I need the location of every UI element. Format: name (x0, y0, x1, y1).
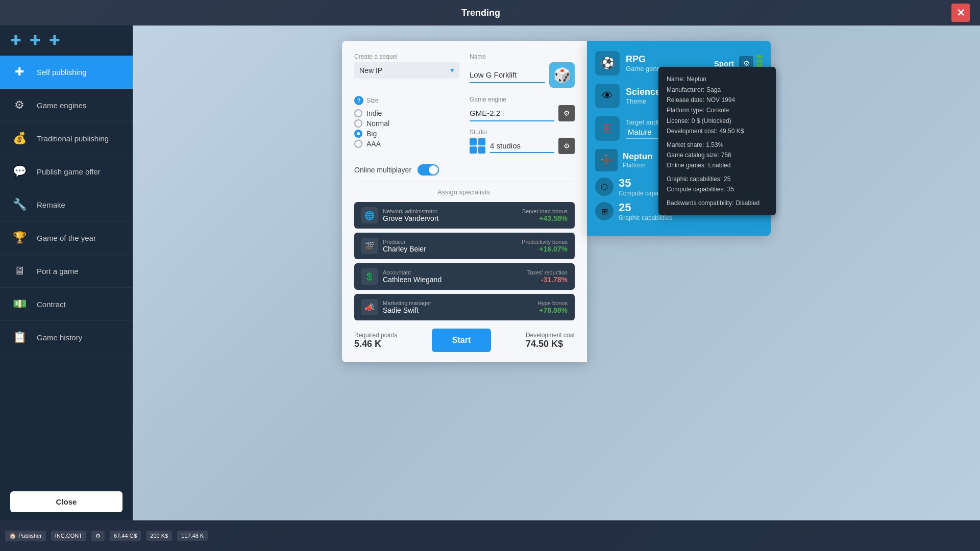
genre-extra: Sport (714, 59, 734, 68)
spec-bonus-label-2: Taxes' reduction (527, 269, 568, 276)
spec-bonus-value-3: +78.88% (537, 306, 568, 314)
tooltip-line-2: Release date:NOV 1994 (667, 95, 768, 105)
studio-row: 4 studios ⚙ (470, 138, 575, 154)
size-normal-label: Normal (366, 119, 389, 128)
tooltip-value-3: Console (706, 105, 729, 115)
platform-icon: ➕ (600, 154, 613, 166)
sidebar-top-icons: ✚ ✚ ✚ (0, 26, 133, 56)
name-label: Name (470, 53, 575, 60)
size-big-radio[interactable] (354, 130, 362, 138)
size-big-option[interactable]: Big (354, 130, 459, 138)
tooltip-label-1: Manufacturer: (667, 85, 704, 95)
tooltip-value-4: 0 $ (Unlocked) (692, 116, 731, 126)
sidebar-item-label-contract: Contract (37, 300, 66, 309)
audience-icon-box: E (595, 116, 620, 141)
tooltip-line-1: Manufacturer:Saga (667, 85, 768, 95)
tooltip-value-5: 49.50 K$ (719, 126, 744, 136)
create-sequel-select[interactable]: New IP (354, 62, 459, 79)
bottom-bar-label-3: 67.44 G$ (114, 533, 137, 539)
sidebar-item-remake[interactable]: 🔧 Remake (0, 188, 133, 221)
development-cost-label: Development cost (526, 332, 575, 339)
size-indie-option[interactable]: Indie (354, 109, 459, 117)
spec-right-1: Productivity bonus +16.07% (522, 239, 568, 253)
size-big-label: Big (366, 130, 377, 138)
studio-settings-icon[interactable]: ⚙ (558, 138, 575, 154)
engine-row: ⚙ (470, 105, 575, 121)
size-aaa-radio[interactable] (354, 140, 362, 148)
sidebar-item-contract[interactable]: 💵 Contract (0, 288, 133, 321)
publish-game-offer-icon: 💬 (10, 162, 29, 181)
dice-icon[interactable]: 🎲 (549, 62, 575, 88)
genre-icon: ⚽ (601, 57, 615, 70)
spec-info-2: Accountant Cathleen Wiegand (383, 269, 442, 284)
form-divider (354, 182, 575, 182)
tooltip-label-7: Market share: (667, 140, 704, 150)
engine-studio-section: Game engine ⚙ Studio 4 studios ⚙ (470, 96, 575, 156)
bottom-bar-item-3: 67.44 G$ (110, 531, 141, 541)
theme-icon-box: 👁 (595, 84, 620, 108)
online-multiplayer-label: Online multiplayer (354, 166, 411, 174)
spec-name-0: Grove Vandervort (383, 214, 438, 222)
sidebar-icon-3[interactable]: ✚ (49, 33, 60, 48)
tooltip-label-14: Backwards compatibility: (667, 198, 733, 208)
tooltip-line-8: Game catalog size:756 (667, 150, 768, 160)
size-normal-radio[interactable] (354, 119, 362, 128)
traditional-publishing-icon: 💰 (10, 129, 29, 147)
size-aaa-option[interactable]: AAA (354, 140, 459, 148)
tooltip-value-12: 35 (727, 184, 734, 194)
genre-title: RPG (626, 54, 708, 65)
sidebar-close-button[interactable]: Close (10, 491, 122, 512)
studio-value: 4 studios (490, 139, 554, 153)
tooltip-value-9: Enabled (708, 160, 730, 170)
sidebar-icon-1[interactable]: ✚ (10, 33, 21, 48)
main-dialog-area: Create a sequel New IP ▼ Name 🎲 (133, 26, 980, 520)
game-creation-form: Create a sequel New IP ▼ Name 🎲 (342, 41, 587, 362)
sidebar-item-label-game-of-the-year: Game of the year (37, 234, 96, 242)
close-top-button[interactable]: ✕ (951, 4, 970, 22)
sidebar-item-game-of-the-year[interactable]: 🏆 Game of the year (0, 221, 133, 255)
engine-settings-icon[interactable]: ⚙ (558, 105, 575, 121)
spec-bonus-value-2: -31.78% (527, 276, 568, 284)
top-bar-title: Trending (461, 8, 500, 18)
spec-left-3: 📣 Marketing manager Sadie Swift (361, 299, 431, 315)
specialist-card-2: 💲 Accountant Cathleen Wiegand Taxes' red… (354, 263, 575, 290)
game-name-input[interactable] (470, 67, 545, 83)
tooltip-line-12: Compute capabilities:35 (667, 184, 768, 194)
contract-icon: 💵 (10, 295, 29, 313)
tooltip-value-0: Neptun (687, 74, 706, 84)
spec-icon-3: 📣 (361, 299, 378, 315)
sidebar-item-game-engines[interactable]: ⚙ Game engines (0, 89, 133, 122)
name-section: Name 🎲 (470, 53, 575, 88)
spec-icon-0: 🌐 (361, 207, 378, 223)
game-info-panel: ⚽ RPG Game genre Sport ⚙ 👁 (587, 41, 771, 236)
game-of-the-year-icon: 🏆 (10, 229, 29, 247)
create-sequel-section: Create a sequel New IP ▼ (354, 53, 459, 88)
game-engine-input[interactable] (470, 106, 554, 121)
form-footer: Required points 5.46 K Start Development… (354, 329, 575, 352)
size-indie-radio[interactable] (354, 109, 362, 117)
tooltip-label-11: Graphic capabilities: (667, 174, 722, 184)
sidebar-item-game-history[interactable]: 📋 Game history (0, 321, 133, 354)
sidebar-item-traditional-publishing[interactable]: 💰 Traditional publishing (0, 122, 133, 155)
size-normal-option[interactable]: Normal (354, 119, 459, 128)
spec-name-3: Sadie Swift (383, 306, 431, 314)
tooltip-label-9: Online games: (667, 160, 706, 170)
sidebar-item-self-publishing[interactable]: ✚ Self publishing (0, 56, 133, 89)
development-cost-block: Development cost 74.50 K$ (526, 332, 575, 349)
spec-info-3: Marketing manager Sadie Swift (383, 300, 431, 314)
platform-icon-box: ➕ (595, 149, 618, 171)
sidebar-item-publish-game-offer[interactable]: 💬 Publish game offer (0, 155, 133, 188)
online-multiplayer-toggle[interactable] (418, 164, 439, 176)
tooltip-line-4: License:0 $ (Unlocked) (667, 116, 768, 126)
audience-icon: E (604, 122, 611, 135)
sidebar-item-port-a-game[interactable]: 🖥 Port a game (0, 255, 133, 288)
tooltip-line-7: Market share:1.53% (667, 140, 768, 150)
required-points-value: 5.46 K (354, 339, 397, 349)
spec-icon-1: 🎬 (361, 238, 378, 254)
start-button[interactable]: Start (432, 329, 491, 352)
sidebar-icon-2[interactable]: ✚ (30, 33, 41, 48)
bottom-bar-item-5: 117.48 K (177, 531, 208, 541)
spec-bonus-value-1: +16.07% (522, 245, 568, 253)
tooltip-label-8: Game catalog size: (667, 150, 719, 160)
game-engine-label: Game engine (470, 96, 575, 103)
